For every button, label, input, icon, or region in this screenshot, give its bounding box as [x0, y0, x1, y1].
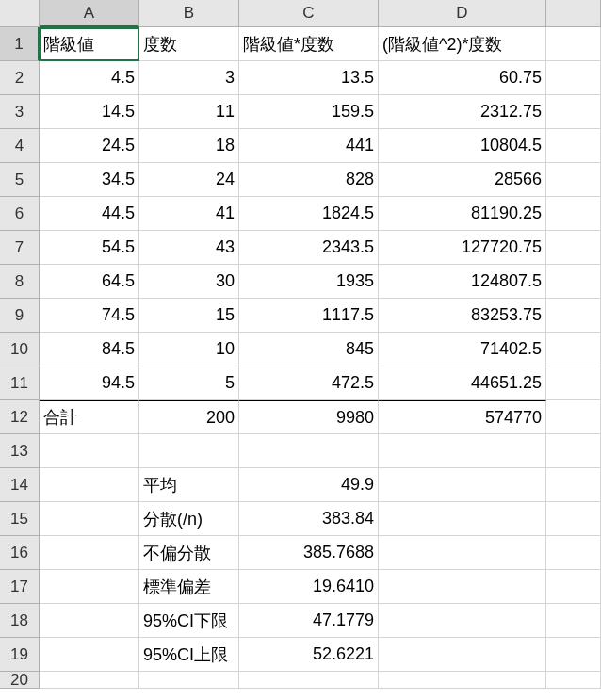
cell-B14[interactable]: 平均: [139, 468, 239, 502]
cell-E8[interactable]: [546, 265, 601, 299]
cell-B13[interactable]: [139, 434, 239, 468]
col-header-E[interactable]: [546, 0, 601, 27]
cell-C1[interactable]: 階級値*度数: [239, 27, 379, 61]
cell-A5[interactable]: 34.5: [40, 163, 139, 197]
cell-A9[interactable]: 74.5: [40, 299, 139, 333]
cell-D16[interactable]: [379, 536, 546, 570]
cell-D12[interactable]: 574770: [379, 400, 546, 434]
cell-B5[interactable]: 24: [139, 163, 239, 197]
cell-D13[interactable]: [379, 434, 546, 468]
cell-E9[interactable]: [546, 299, 601, 333]
row-header-9[interactable]: 9: [0, 299, 40, 333]
cell-E3[interactable]: [546, 95, 601, 129]
cell-E5[interactable]: [546, 163, 601, 197]
row-header-16[interactable]: 16: [0, 536, 40, 570]
cell-C8[interactable]: 1935: [239, 265, 379, 299]
cell-B10[interactable]: 10: [139, 333, 239, 366]
cell-A13[interactable]: [40, 434, 139, 468]
cell-A11[interactable]: 94.5: [40, 366, 139, 400]
row-header-10[interactable]: 10: [0, 333, 40, 366]
cell-E14[interactable]: [546, 468, 601, 502]
cell-D11[interactable]: 44651.25: [379, 366, 546, 400]
cell-B4[interactable]: 18: [139, 129, 239, 163]
cell-C13[interactable]: [239, 434, 379, 468]
col-header-D[interactable]: D: [379, 0, 546, 27]
cell-D19[interactable]: [379, 638, 546, 672]
cell-A3[interactable]: 14.5: [40, 95, 139, 129]
cell-E6[interactable]: [546, 197, 601, 231]
cell-B9[interactable]: 15: [139, 299, 239, 333]
cell-A6[interactable]: 44.5: [40, 197, 139, 231]
cell-D5[interactable]: 28566: [379, 163, 546, 197]
cell-D7[interactable]: 127720.75: [379, 231, 546, 265]
cell-D4[interactable]: 10804.5: [379, 129, 546, 163]
row-header-20[interactable]: 20: [0, 672, 40, 689]
cell-B2[interactable]: 3: [139, 61, 239, 95]
cell-E4[interactable]: [546, 129, 601, 163]
row-header-13[interactable]: 13: [0, 434, 40, 468]
cell-D6[interactable]: 81190.25: [379, 197, 546, 231]
cell-D9[interactable]: 83253.75: [379, 299, 546, 333]
cell-D8[interactable]: 124807.5: [379, 265, 546, 299]
cell-E10[interactable]: [546, 333, 601, 366]
row-header-15[interactable]: 15: [0, 502, 40, 536]
cell-C9[interactable]: 1117.5: [239, 299, 379, 333]
cell-B17[interactable]: 標準偏差: [139, 570, 239, 604]
cell-C2[interactable]: 13.5: [239, 61, 379, 95]
row-header-7[interactable]: 7: [0, 231, 40, 265]
cell-D1[interactable]: (階級値^2)*度数: [379, 27, 546, 61]
row-header-6[interactable]: 6: [0, 197, 40, 231]
cell-E11[interactable]: [546, 366, 601, 400]
cell-D14[interactable]: [379, 468, 546, 502]
cell-A14[interactable]: [40, 468, 139, 502]
cell-C3[interactable]: 159.5: [239, 95, 379, 129]
col-header-B[interactable]: B: [139, 0, 239, 27]
cell-E19[interactable]: [546, 638, 601, 672]
cell-D2[interactable]: 60.75: [379, 61, 546, 95]
cell-B19[interactable]: 95%CI上限: [139, 638, 239, 672]
row-header-19[interactable]: 19: [0, 638, 40, 672]
cell-A7[interactable]: 54.5: [40, 231, 139, 265]
cell-B12[interactable]: 200: [139, 400, 239, 434]
cell-C16[interactable]: 385.7688: [239, 536, 379, 570]
cell-C18[interactable]: 47.1779: [239, 604, 379, 638]
cell-B18[interactable]: 95%CI下限: [139, 604, 239, 638]
cell-A8[interactable]: 64.5: [40, 265, 139, 299]
cell-D15[interactable]: [379, 502, 546, 536]
cell-A20[interactable]: [40, 672, 139, 689]
cell-C17[interactable]: 19.6410: [239, 570, 379, 604]
cell-E2[interactable]: [546, 61, 601, 95]
row-header-17[interactable]: 17: [0, 570, 40, 604]
row-header-11[interactable]: 11: [0, 366, 40, 400]
cell-B20[interactable]: [139, 672, 239, 689]
cell-B1[interactable]: 度数: [139, 27, 239, 61]
cell-E13[interactable]: [546, 434, 601, 468]
row-header-5[interactable]: 5: [0, 163, 40, 197]
row-header-8[interactable]: 8: [0, 265, 40, 299]
row-header-3[interactable]: 3: [0, 95, 40, 129]
cell-A2[interactable]: 4.5: [40, 61, 139, 95]
cell-B3[interactable]: 11: [139, 95, 239, 129]
cell-A15[interactable]: [40, 502, 139, 536]
row-header-18[interactable]: 18: [0, 604, 40, 638]
cell-E1[interactable]: [546, 27, 601, 61]
row-header-1[interactable]: 1: [0, 27, 40, 61]
cell-C7[interactable]: 2343.5: [239, 231, 379, 265]
cell-A1[interactable]: 階級値: [40, 27, 139, 61]
cell-C20[interactable]: [239, 672, 379, 689]
cell-D3[interactable]: 2312.75: [379, 95, 546, 129]
cell-B15[interactable]: 分散(/n): [139, 502, 239, 536]
cell-E12[interactable]: [546, 400, 601, 434]
cell-A12[interactable]: 合計: [40, 400, 139, 434]
row-header-12[interactable]: 12: [0, 400, 40, 434]
cell-C11[interactable]: 472.5: [239, 366, 379, 400]
corner-cell[interactable]: [0, 0, 40, 27]
row-header-14[interactable]: 14: [0, 468, 40, 502]
cell-E17[interactable]: [546, 570, 601, 604]
cell-C19[interactable]: 52.6221: [239, 638, 379, 672]
cell-E15[interactable]: [546, 502, 601, 536]
spreadsheet-grid[interactable]: A B C D 1 階級値 度数 階級値*度数 (階級値^2)*度数 2 4.5…: [0, 0, 601, 689]
cell-C6[interactable]: 1824.5: [239, 197, 379, 231]
col-header-A[interactable]: A: [40, 0, 139, 27]
cell-C4[interactable]: 441: [239, 129, 379, 163]
